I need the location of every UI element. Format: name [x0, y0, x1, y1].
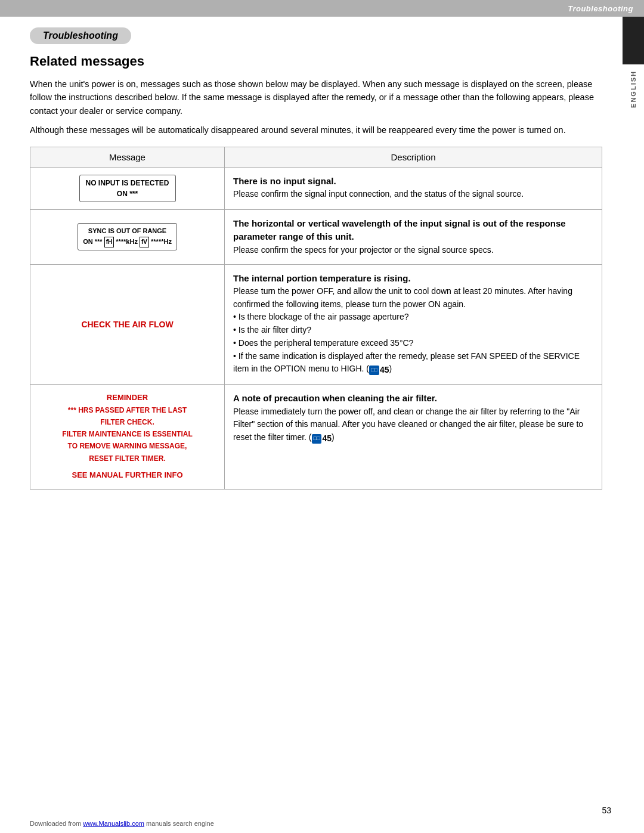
top-header: Troubleshooting [0, 0, 644, 17]
ref-num-1: 45 [380, 364, 389, 377]
page-container: Troubleshooting ENGLISH Troubleshooting … [0, 0, 644, 833]
fh-label: fH [104, 237, 114, 247]
reminder-line4: TO REMOVE WARNING MESSAGE, [68, 442, 187, 450]
reminder-title: REMINDER [107, 393, 148, 402]
desc-cell-2: The horizontal or vertical wavelength of… [225, 209, 602, 264]
desc3-normal: Please turn the power OFF, and allow the… [233, 286, 580, 373]
desc2-bold: The horizontal or vertical wavelength of… [233, 218, 566, 242]
ref-icon-1: □□ [369, 366, 379, 375]
desc1-normal: Please confirm the signal input connecti… [233, 189, 524, 199]
section-badge: Troubleshooting [30, 27, 131, 44]
intro-para2: Although these messages will be automati… [30, 123, 602, 137]
intro-para1: When the unit's power is on, messages su… [30, 78, 602, 117]
desc1-bold: There is no input signal. [233, 176, 336, 186]
footer-link[interactable]: www.Manualslib.com [83, 820, 144, 827]
ref-link-1: □□45 [369, 364, 389, 377]
table-row: SYNC IS OUT OF RANGE ON *** fH ****kHz f… [30, 209, 602, 264]
desc4-normal: Please immediately turn the power off, a… [233, 407, 583, 442]
footer-text1: Downloaded from [30, 820, 83, 827]
bookmark-box [623, 17, 644, 64]
ref-link-2: □□45 [312, 432, 332, 445]
table-row: NO INPUT IS DETECTED ON *** There is no … [30, 167, 602, 209]
no-input-line2: ON *** [117, 190, 138, 198]
desc2-normal: Please confirm the specs for your projec… [233, 245, 494, 255]
see-manual-label: SEE MANUAL FURTHER INFO [39, 469, 216, 482]
no-input-line1: NO INPUT IS DETECTED [86, 179, 169, 187]
no-input-box: NO INPUT IS DETECTED ON *** [79, 175, 176, 202]
desc-cell-3: The internal portion temperature is risi… [225, 264, 602, 384]
ref-num-2: 45 [322, 432, 332, 445]
footer-text2: manuals search engine [144, 820, 214, 827]
msg-cell-2: SYNC IS OUT OF RANGE ON *** fH ****kHz f… [30, 209, 225, 264]
sync-line1: SYNC IS OUT OF RANGE [88, 227, 166, 234]
right-sidebar: ENGLISH [623, 17, 644, 255]
table-row: CHECK THE AIR FLOW The internal portion … [30, 264, 602, 384]
reminder-line5: RESET FILTER TIMER. [89, 454, 165, 463]
msg-cell-1: NO INPUT IS DETECTED ON *** [30, 167, 225, 209]
header-title: Troubleshooting [568, 4, 633, 13]
desc4-bold: A note of precaution when cleaning the a… [233, 393, 437, 403]
reminder-line3: FILTER MAINTENANCE IS ESSENTIAL [62, 430, 192, 438]
msg-cell-3: CHECK THE AIR FLOW [30, 264, 225, 384]
reminder-line2: FILTER CHECK. [100, 418, 154, 426]
messages-table: Message Description NO INPUT IS DETECTED… [30, 147, 602, 490]
reminder-line1: *** HRS PASSED AFTER THE LAST [68, 406, 187, 414]
col-description: Description [225, 147, 602, 167]
main-content: Troubleshooting Related messages When th… [0, 17, 644, 507]
desc-cell-1: There is no input signal. Please confirm… [225, 167, 602, 209]
language-label: ENGLISH [630, 70, 637, 108]
page-number: 53 [602, 806, 611, 815]
check-airflow-label: CHECK THE AIR FLOW [81, 320, 173, 329]
sync-box: SYNC IS OUT OF RANGE ON *** fH ****kHz f… [78, 223, 177, 250]
ref-icon-2: □□ [312, 434, 322, 444]
desc3-bold: The internal portion temperature is risi… [233, 273, 411, 283]
msg-cell-4: REMINDER *** HRS PASSED AFTER THE LAST F… [30, 385, 225, 490]
footer: Downloaded from www.Manualslib.com manua… [30, 820, 214, 827]
table-row: REMINDER *** HRS PASSED AFTER THE LAST F… [30, 385, 602, 490]
sync-line2: ON *** fH ****kHz fV *****Hz [83, 238, 172, 245]
fv-label: fV [140, 237, 149, 247]
col-message: Message [30, 147, 225, 167]
desc-cell-4: A note of precaution when cleaning the a… [225, 385, 602, 490]
page-title: Related messages [30, 54, 602, 69]
